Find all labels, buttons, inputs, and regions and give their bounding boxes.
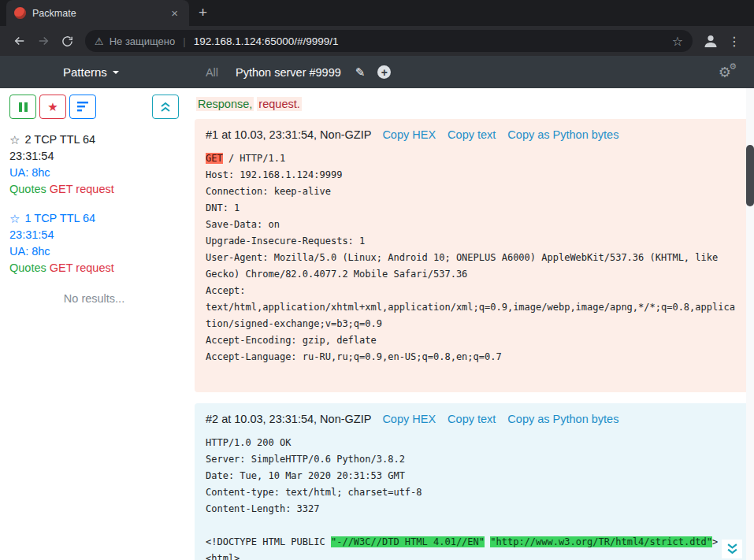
packet-line: Content-type: text/html; charset=utf-8 (206, 484, 738, 501)
filter-button[interactable] (69, 95, 96, 119)
stream-list-item[interactable]: ☆ 2 TCP TTL 64 23:31:54 UA: 8hc Quotes G… (9, 132, 179, 198)
omnibox-separator: | (183, 35, 185, 47)
packet-line (206, 365, 738, 382)
forward-button[interactable] (32, 29, 55, 53)
bookmark-star-icon[interactable]: ☆ (666, 34, 683, 49)
packet-line (206, 517, 738, 534)
stream-user-agent: UA: 8hc (9, 165, 179, 181)
edit-pencil-icon[interactable]: ✎ (355, 65, 366, 80)
packet-header: #1 at 10.03, 23:31:54, Non-GZIP (206, 128, 371, 141)
pause-icon (19, 102, 28, 112)
packet-line: GET / HTTP/1.1 (206, 150, 738, 167)
packet-line: Save-Data: on (206, 217, 738, 233)
packet-card: #1 at 10.03, 23:31:54, Non-GZIP Copy HEX… (195, 119, 749, 392)
packet-line: Date: Tue, 10 Mar 2020 20:31:53 GMT (206, 468, 738, 484)
browser-tab[interactable]: Packmate × (6, 0, 189, 26)
settings-button[interactable]: ⚙ ⚙ (719, 64, 731, 81)
browser-tabstrip: Packmate × + (0, 0, 754, 26)
chevron-down-icon (113, 71, 119, 74)
packet-card: #2 at 10.03, 23:31:54, Non-GZIP Copy HEX… (195, 403, 749, 560)
no-results-text: No results... (9, 292, 179, 305)
url-text[interactable]: 192.168.1.124:65000/#/9999/1 (194, 35, 666, 47)
sidebar: ★ ☆ 2 TCP TTL 64 23:31:54 UA: 8hc Quotes… (0, 88, 187, 560)
legend-response: Response, (196, 97, 254, 111)
favorites-filter-button[interactable]: ★ (39, 95, 66, 119)
packet-list: #1 at 10.03, 23:31:54, Non-GZIP Copy HEX… (195, 119, 749, 560)
packet-line: User-Agent: Mozilla/5.0 (Linux; Android … (206, 250, 738, 283)
back-button[interactable] (8, 29, 32, 53)
stream-title: 1 TCP TTL 64 (24, 210, 95, 227)
copy-link-copy-hex[interactable]: Copy HEX (382, 128, 436, 141)
star-icon: ★ (47, 100, 58, 114)
packet-copy-links: Copy HEXCopy textCopy as Python bytes (382, 128, 618, 141)
packet-line: Content-Length: 3327 (206, 501, 738, 517)
add-pattern-button[interactable]: + (377, 65, 391, 79)
gear-small-icon: ⚙ (729, 61, 737, 72)
scroll-to-bottom-button[interactable] (722, 540, 742, 558)
stream-list: ☆ 2 TCP TTL 64 23:31:54 UA: 8hc Quotes G… (9, 132, 179, 276)
app-navbar: Patterns All Python server #9999 ✎ + ⚙ ⚙ (0, 56, 754, 88)
packet-line: Host: 192.168.1.124:9999 (206, 167, 738, 184)
main-panel: Response, request. #1 at 10.03, 23:31:54… (187, 88, 754, 560)
patterns-legend: Response, request. (196, 98, 749, 110)
stream-pattern-quotes: Quotes (9, 261, 46, 274)
packet-body: HTTP/1.0 200 OKServer: SimpleHTTP/0.6 Py… (206, 435, 738, 560)
packet-line: DNT: 1 (206, 200, 738, 217)
packet-copy-links: Copy HEXCopy textCopy as Python bytes (382, 413, 618, 425)
content: ★ ☆ 2 TCP TTL 64 23:31:54 UA: 8hc Quotes… (0, 88, 754, 560)
packet-header: #2 at 10.03, 23:31:54, Non-GZIP (206, 413, 371, 425)
new-tab-button[interactable]: + (189, 5, 217, 26)
browser-toolbar: ⚠ Не защищено | 192.168.1.124:65000/#/99… (0, 26, 754, 56)
forward-icon (36, 34, 50, 48)
copy-link-copy-as-python-bytes[interactable]: Copy as Python bytes (507, 128, 618, 141)
stream-user-agent: UA: 8hc (9, 243, 179, 260)
filter-lines-icon (77, 102, 88, 112)
patterns-label: Patterns (63, 65, 107, 79)
patterns-dropdown[interactable]: Patterns (63, 65, 119, 79)
packet-line: Accept: text/html,application/xhtml+xml,… (206, 283, 738, 332)
stream-time: 23:31:54 (9, 227, 179, 243)
address-bar[interactable]: ⚠ Не защищено | 192.168.1.124:65000/#/99… (85, 30, 693, 52)
scrollbar[interactable] (746, 88, 754, 560)
collapse-sidebar-button[interactable] (152, 95, 179, 119)
copy-link-copy-text[interactable]: Copy text (448, 413, 496, 425)
reload-icon (61, 35, 74, 48)
stream-list-item[interactable]: ☆ 1 TCP TTL 64 23:31:54 UA: 8hc Quotes G… (9, 210, 179, 276)
stream-title: 2 TCP TTL 64 (24, 132, 95, 148)
back-icon (13, 34, 27, 48)
tab-all[interactable]: All (206, 66, 218, 79)
stream-pattern-request: GET request (50, 261, 114, 274)
scrollbar-thumb[interactable] (746, 145, 754, 206)
copy-link-copy-as-python-bytes[interactable]: Copy as Python bytes (507, 413, 618, 425)
browser-menu-button[interactable]: ⋮ (722, 29, 746, 53)
avatar-icon (701, 32, 720, 50)
reload-button[interactable] (55, 29, 79, 53)
tab-title: Packmate (32, 8, 162, 19)
sidebar-toolbar: ★ (9, 95, 179, 119)
profile-button[interactable] (699, 29, 722, 53)
packet-line: <html> (206, 551, 738, 560)
packet-line: Upgrade-Insecure-Requests: 1 (206, 233, 738, 250)
packmate-favicon (14, 7, 26, 19)
packet-body: GET / HTTP/1.1Host: 192.168.1.124:9999Co… (206, 150, 738, 382)
packet-line: Connection: keep-alive (206, 184, 738, 200)
legend-request: request. (257, 97, 301, 111)
double-chevron-up-icon (161, 102, 170, 112)
security-label[interactable]: Не защищено (110, 35, 176, 47)
stream-pattern-quotes: Quotes (9, 183, 46, 195)
tab-python-server[interactable]: Python server #9999 (236, 66, 341, 79)
stream-time: 23:31:54 (9, 148, 179, 165)
close-tab-icon[interactable]: × (168, 6, 181, 20)
copy-link-copy-text[interactable]: Copy text (448, 128, 496, 141)
packet-line: <!DOCTYPE HTML PUBLIC "-//W3C//DTD HTML … (206, 534, 738, 551)
packet-line: Accept-Encoding: gzip, deflate (206, 332, 738, 349)
screen: Packmate × + ⚠ Не защищено | 192.168.1.1… (0, 0, 754, 560)
packet-line: Server: SimpleHTTP/0.6 Python/3.8.2 (206, 451, 738, 468)
copy-link-copy-hex[interactable]: Copy HEX (382, 413, 436, 425)
favorite-star-icon[interactable]: ☆ (9, 132, 20, 148)
favorite-star-icon[interactable]: ☆ (9, 210, 20, 227)
stream-pattern-request: GET request (50, 183, 114, 195)
warning-icon[interactable]: ⚠ (95, 35, 104, 47)
packet-line: HTTP/1.0 200 OK (206, 435, 738, 451)
pause-capture-button[interactable] (9, 95, 36, 119)
